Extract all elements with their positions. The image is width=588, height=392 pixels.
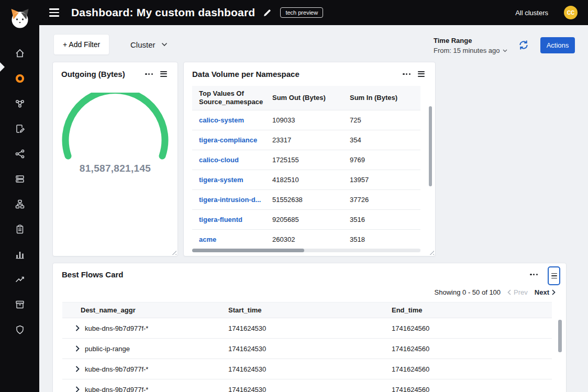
namespace-link[interactable]: tigera-compliance: [192, 136, 265, 144]
table-row[interactable]: calico-system 109033 725: [192, 110, 420, 130]
drag-handle-icon[interactable]: [416, 69, 427, 79]
chevron-down-icon: [161, 42, 168, 47]
sidebar-nav: [0, 48, 39, 335]
namespace-link[interactable]: calico-cloud: [192, 156, 265, 164]
sidebar-item-timeline[interactable]: [15, 274, 25, 285]
horizontal-scrollbar[interactable]: [192, 249, 420, 252]
sum-out-value: 51552638: [265, 196, 343, 204]
sidebar-item-hosts[interactable]: [15, 174, 25, 184]
end-time: 1741624560: [373, 365, 552, 373]
avatar[interactable]: CC: [564, 6, 578, 19]
policies-icon: [15, 124, 25, 134]
left-sidebar: [0, 0, 39, 392]
actions-button[interactable]: Actions: [540, 37, 575, 53]
namespace-link[interactable]: acme: [192, 236, 265, 243]
add-filter-button[interactable]: + Add Filter: [53, 34, 109, 55]
flows-table: Dest_name_aggr Start_time End_time kube-…: [62, 302, 552, 392]
namespace-link[interactable]: tigera-intrusion-d...: [192, 196, 265, 204]
sidebar-item-endpoints[interactable]: [15, 98, 25, 109]
drag-handle-icon[interactable]: [158, 69, 169, 79]
data-volume-card: Data Volume per Namespace Top Values Of …: [183, 62, 436, 256]
time-range-selector[interactable]: Time Range From: 15 minutes ago: [434, 37, 507, 54]
cluster-dropdown[interactable]: Cluster: [125, 34, 173, 55]
top-bar: Dashboard: My custom dashboard tech prev…: [39, 0, 588, 25]
dashboards-ring-icon: [15, 73, 25, 84]
home-icon: [15, 48, 25, 59]
card-menu-ellipsis-icon[interactable]: [143, 71, 155, 77]
storage-box-icon: [15, 299, 25, 310]
drag-handle-icon: [551, 273, 557, 279]
sidebar-notch: [0, 62, 5, 72]
card-menu-ellipsis-icon[interactable]: [401, 71, 413, 77]
horizontal-scrollbar-thumb[interactable]: [192, 249, 304, 252]
resize-grip[interactable]: [171, 249, 176, 255]
sidebar-item-home[interactable]: [15, 48, 25, 59]
namespace-link[interactable]: tigera-system: [192, 176, 265, 184]
sidebar-item-security[interactable]: [15, 324, 25, 335]
pagination: Showing 0 - 50 of 100 Prev Next: [435, 288, 556, 296]
sidebar-item-compliance[interactable]: [15, 224, 25, 234]
start-time: 1741624530: [210, 386, 373, 392]
resize-grip[interactable]: [428, 249, 434, 255]
calico-logo[interactable]: [0, 0, 39, 32]
sidebar-item-service-graph[interactable]: [15, 199, 25, 209]
sum-in-value: 13957: [343, 176, 420, 184]
column-header: Sum In (Bytes): [343, 91, 420, 105]
sum-out-value: 23317: [265, 136, 343, 144]
card-title: Best Flows Card: [62, 270, 124, 279]
cluster-selector[interactable]: All clusters: [515, 9, 548, 17]
card-menu-ellipsis-icon[interactable]: [528, 272, 540, 277]
sum-in-value: 725: [343, 116, 420, 124]
end-time: 1741624560: [373, 386, 552, 392]
sum-out-value: 4182510: [265, 176, 343, 184]
table-row[interactable]: acme 260302 3518: [192, 230, 420, 250]
table-row[interactable]: kube-dns-9b7d977f-* 1741624530 174162456…: [62, 318, 552, 339]
vertical-scrollbar-thumb[interactable]: [429, 106, 432, 186]
edit-pencil-icon[interactable]: [263, 8, 272, 17]
card-title: Outgoing (Bytes): [61, 70, 143, 79]
sidebar-item-storage[interactable]: [15, 299, 25, 310]
page-title: Dashboard: My custom dashboard: [71, 6, 255, 19]
sidebar-item-network-sets[interactable]: [15, 149, 25, 159]
start-time: 1741624530: [210, 365, 373, 373]
namespace-link[interactable]: calico-system: [192, 116, 265, 124]
table-row[interactable]: kube-dns-9b7d977f-* 1741624530 174162456…: [62, 359, 552, 379]
prev-page-button[interactable]: Prev: [507, 288, 528, 296]
table-row[interactable]: tigera-fluentd 9205685 3516: [192, 210, 420, 230]
sum-out-value: 9205685: [265, 216, 343, 223]
sum-in-value: 3518: [343, 236, 420, 243]
bar-chart-icon: [15, 249, 25, 260]
table-row[interactable]: tigera-compliance 23317 354: [192, 130, 420, 150]
table-row[interactable]: calico-cloud 1725155 9769: [192, 150, 420, 170]
expand-chevron-icon[interactable]: [75, 366, 80, 372]
refresh-button[interactable]: [517, 39, 530, 51]
sum-in-value: 354: [343, 136, 420, 144]
menu-hamburger-icon[interactable]: [49, 8, 59, 16]
table-row[interactable]: tigera-system 4182510 13957: [192, 170, 420, 190]
sum-in-value: 37726: [343, 196, 420, 204]
column-header: Dest_name_aggr: [62, 306, 210, 314]
expand-chevron-icon[interactable]: [75, 345, 80, 352]
refresh-sync-icon: [518, 39, 529, 51]
vertical-scrollbar-thumb[interactable]: [558, 320, 562, 352]
dest-name: kube-dns-9b7d977f-*: [85, 324, 148, 332]
chevron-right-icon: [552, 289, 556, 295]
cluster-dropdown-label: Cluster: [130, 40, 156, 49]
card-title: Data Volume per Namespace: [192, 70, 401, 79]
showing-count: Showing 0 - 50 of 100: [435, 288, 501, 296]
next-page-button[interactable]: Next: [535, 288, 556, 296]
expand-chevron-icon[interactable]: [75, 386, 80, 392]
time-range-label: Time Range: [434, 37, 507, 44]
sidebar-item-policies[interactable]: [15, 124, 25, 134]
sidebar-item-dashboards[interactable]: [15, 73, 25, 84]
expand-chevron-icon[interactable]: [75, 325, 80, 331]
table-header-row: Dest_name_aggr Start_time End_time: [62, 302, 552, 318]
table-row[interactable]: public-ip-range 1741624530 1741624560: [62, 339, 552, 359]
trend-line-icon: [15, 274, 25, 285]
sidebar-item-statistics[interactable]: [15, 249, 25, 260]
table-row[interactable]: tigera-intrusion-d... 51552638 37726: [192, 190, 420, 210]
namespace-link[interactable]: tigera-fluentd: [192, 216, 265, 223]
table-row[interactable]: kube-dns-9b7d977f-* 1741624530 174162456…: [62, 379, 552, 392]
sum-out-value: 109033: [265, 116, 343, 124]
drag-handle-selected[interactable]: [548, 266, 560, 285]
